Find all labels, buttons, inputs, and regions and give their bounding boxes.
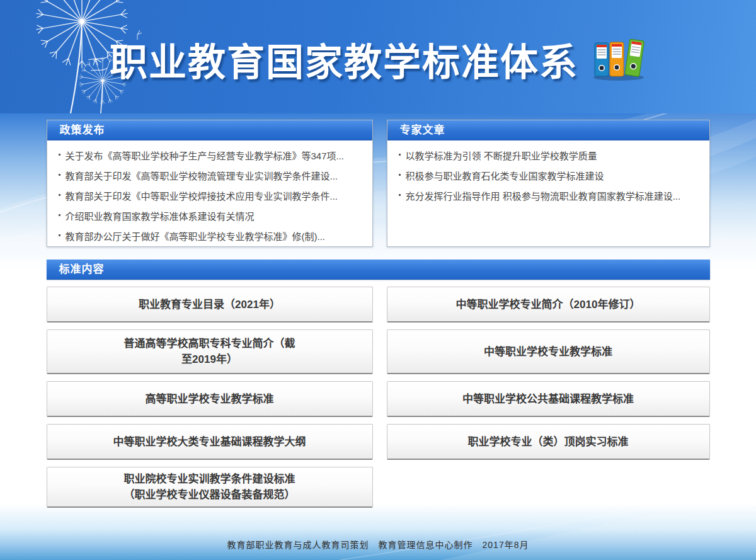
policy-list-item[interactable]: 教育部办公厅关于做好《高等职业学校专业教学标准》修(制)... — [57, 226, 365, 246]
bullet-icon — [59, 194, 60, 196]
expert-item-text: 以教学标准为引领 不断提升职业学校教学质量 — [406, 149, 597, 162]
standards-section-title: 标准内容 — [59, 263, 105, 275]
policy-panel-title: 政策发布 — [60, 124, 105, 136]
standards-button-grid: 职业教育专业目录（2021年） 中等职业学校专业简介（2010年修订） 普通高等… — [47, 287, 710, 508]
expert-list: 以教学标准为引领 不断提升职业学校教学质量 积极参与职业教育石化类专业国家教学标… — [387, 140, 709, 205]
standards-section-header: 标准内容 — [47, 260, 710, 280]
expert-list-item[interactable]: 以教学标准为引领 不断提升职业学校教学质量 — [398, 145, 702, 165]
standard-button-internship-standards[interactable]: 职业学校专业（类）顶岗实习标准 — [387, 424, 710, 460]
expert-panel-title: 专家文章 — [400, 124, 445, 136]
policy-panel: 政策发布 关于发布《高等职业学校种子生产与经营专业教学标准》等347项... 教… — [47, 120, 373, 247]
bullet-icon — [399, 174, 401, 176]
policy-list-item[interactable]: 介绍职业教育国家教学标准体系建设有关情况 — [57, 205, 365, 226]
binders-icon — [591, 38, 646, 82]
policy-list-item[interactable]: 教育部关于印发《高等职业学校物流管理专业实训教学条件建设... — [57, 165, 365, 185]
expert-list-item[interactable]: 积极参与职业教育石化类专业国家教学标准建设 — [398, 165, 702, 185]
policy-item-text: 教育部关于印发《中等职业学校焊接技术应用专业实训教学条件... — [66, 189, 338, 202]
expert-item-text: 积极参与职业教育石化类专业国家教学标准建设 — [406, 169, 604, 182]
standard-button-secondary-teaching-standards[interactable]: 中等职业学校专业教学标准 — [387, 329, 710, 374]
main-content: 政策发布 关于发布《高等职业学校种子生产与经营专业教学标准》等347项... 教… — [47, 120, 710, 551]
bullet-icon — [399, 194, 401, 196]
policy-item-text: 教育部办公厅关于做好《高等职业学校专业教学标准》修(制)... — [66, 229, 326, 243]
bullet-icon — [59, 154, 60, 156]
policy-item-text: 教育部关于印发《高等职业学校物流管理专业实训教学条件建设... — [66, 169, 338, 182]
policy-list-item[interactable]: 教育部关于印发《中等职业学校焊接技术应用专业实训教学条件... — [57, 185, 365, 205]
expert-panel-header: 专家文章 — [387, 120, 709, 140]
expert-list-item[interactable]: 充分发挥行业指导作用 积极参与物流职业教育国家教学标准建设... — [398, 185, 702, 205]
page-footer: 教育部职业教育与成人教育司策划 教育管理信息中心制作 2017年8月 — [47, 538, 710, 551]
standard-button-higher-teaching-standards[interactable]: 高等职业学校专业教学标准 — [47, 381, 373, 417]
standard-button-higher-vocational-intro-2019[interactable]: 普通高等学校高职专科专业简介（截 至2019年） — [47, 329, 373, 374]
standard-button-major-catalog-2021[interactable]: 职业教育专业目录（2021年） — [47, 287, 373, 323]
standard-button-secondary-basic-course-outline[interactable]: 中等职业学校大类专业基础课程教学大纲 — [47, 424, 373, 460]
bullet-icon — [59, 174, 60, 176]
standard-button-training-condition-standards[interactable]: 职业院校专业实训教学条件建设标准 （职业学校专业仪器设备装备规范） — [47, 467, 373, 508]
policy-list-item[interactable]: 关于发布《高等职业学校种子生产与经营专业教学标准》等347项... — [57, 145, 365, 165]
footer-credit-text: 教育部职业教育与成人教育司策划 教育管理信息中心制作 2017年8月 — [227, 540, 529, 550]
bullet-icon — [59, 234, 60, 236]
expert-panel: 专家文章 以教学标准为引领 不断提升职业学校教学质量 积极参与职业教育石化类专业… — [387, 120, 710, 247]
bullet-icon — [399, 154, 401, 156]
policy-list: 关于发布《高等职业学校种子生产与经营专业教学标准》等347项... 教育部关于印… — [47, 140, 372, 246]
standard-button-secondary-major-intro-2010[interactable]: 中等职业学校专业简介（2010年修订） — [387, 287, 710, 323]
policy-panel-header: 政策发布 — [47, 120, 372, 140]
page-title: 职业教育国家教学标准体系 — [110, 31, 578, 86]
standard-button-secondary-public-basic-courses[interactable]: 中等职业学校公共基础课程教学标准 — [387, 381, 710, 417]
policy-item-text: 介绍职业教育国家教学标准体系建设有关情况 — [66, 209, 255, 222]
policy-item-text: 关于发布《高等职业学校种子生产与经营专业教学标准》等347项... — [66, 149, 345, 162]
header-banner: 职业教育国家教学标准体系 — [0, 0, 756, 113]
expert-item-text: 充分发挥行业指导作用 积极参与物流职业教育国家教学标准建设... — [406, 189, 681, 202]
bullet-icon — [59, 214, 60, 216]
